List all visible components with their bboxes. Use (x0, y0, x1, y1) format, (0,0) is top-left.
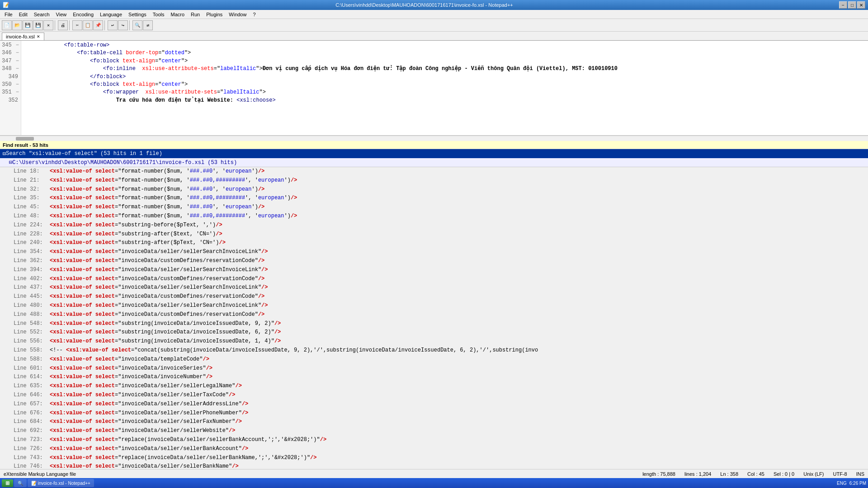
search-result-line[interactable]: Line 437: <xsl:value-of select="invoiceD… (0, 283, 868, 292)
result-code: <xsl:value-of select="substring(invoiceD… (50, 320, 281, 328)
search-result-line[interactable]: Line 480: <xsl:value-of select="invoiceD… (0, 301, 868, 310)
result-line-num: Line 488: (14, 311, 50, 319)
search-result-line[interactable]: Line 21: <xsl:value-of select="format-nu… (0, 176, 868, 185)
search-result-line[interactable]: Line 657: <xsl:value-of select="invoiceD… (0, 400, 868, 409)
result-code: <xsl:value-of select="invoiceData/invoic… (50, 365, 212, 372)
search-result-line[interactable]: Line 354: <xsl:value-of select="invoiceD… (0, 248, 868, 257)
search-result-line[interactable]: Line 726: <xsl:value-of select="invoiceD… (0, 445, 868, 454)
status-encoding: UTF-8 (833, 471, 847, 477)
result-line-num: Line 552: (14, 328, 50, 336)
result-line-num: Line 224: (14, 221, 50, 229)
search-result-line[interactable]: Line 548: <xsl:value-of select="substrin… (0, 319, 868, 328)
toolbar-open[interactable]: 📂 (12, 20, 22, 30)
menu-search[interactable]: Search (31, 11, 52, 18)
toolbar-copy[interactable]: 📋 (83, 20, 93, 30)
toolbar-cut[interactable]: ✂ (72, 20, 82, 30)
tab-invoice-fo[interactable]: invoice-fo.xsl ✕ (2, 33, 44, 40)
search-result-line[interactable]: Line 552: <xsl:value-of select="substrin… (0, 328, 868, 337)
menu-macro[interactable]: Macro (168, 11, 187, 18)
search-result-line[interactable]: Line 394: <xsl:value-of select="invoiceD… (0, 266, 868, 275)
status-col: Col : 45 (747, 471, 764, 477)
search-result-line[interactable]: Line 402: <xsl:value-of select="invoiceD… (0, 275, 868, 284)
result-line-num: Line 21: (14, 177, 50, 184)
toolbar-close[interactable]: ✕ (43, 20, 53, 30)
menu-help[interactable]: ? (250, 11, 258, 18)
menu-plugins[interactable]: Plugins (203, 11, 225, 18)
toolbar-replace[interactable]: ⇄ (143, 20, 153, 30)
result-line-num: Line 402: (14, 275, 50, 283)
search-result-line[interactable]: Line 646: <xsl:value-of select="invoiceD… (0, 391, 868, 400)
status-ln: Ln : 358 (720, 471, 738, 477)
search-result-line[interactable]: Line 362: <xsl:value-of select="invoiceD… (0, 257, 868, 266)
result-code: <xsl:value-of select="invoiceData/seller… (50, 445, 248, 453)
search-results-panel[interactable]: ⊟ Search "xsl:value-of select" (53 hits … (0, 149, 868, 469)
search-result-line[interactable]: Line 556: <xsl:value-of select="substrin… (0, 337, 868, 346)
search-result-line[interactable]: Line 746: <xsl:value-of select="invoiceD… (0, 462, 868, 469)
title-bar: 📝 C:\Users\vinhdd\Desktop\MAUHOADON\6001… (0, 0, 868, 10)
result-code: <xsl:value-of select="invoiceData/seller… (50, 400, 248, 408)
search-result-line[interactable]: Line 48: <xsl:value-of select="format-nu… (0, 212, 868, 221)
taskbar-notepadpp[interactable]: 📝 invoice-fo.xsl - Notepad++ (28, 479, 94, 487)
toolbar-undo[interactable]: ↩ (108, 20, 118, 30)
search-result-line[interactable]: Line 35: <xsl:value-of select="format-nu… (0, 194, 868, 203)
search-result-line[interactable]: Line 45: <xsl:value-of select="format-nu… (0, 203, 868, 212)
close-button[interactable]: ✕ (857, 1, 865, 9)
result-line-num: Line 354: (14, 248, 50, 256)
editor-scrollbar[interactable] (0, 136, 868, 141)
result-line-num: Line 588: (14, 356, 50, 363)
result-line-num: Line 18: (14, 168, 50, 175)
minimize-button[interactable]: − (839, 1, 847, 9)
search-result-line[interactable]: Line 18: <xsl:value-of select="format-nu… (0, 167, 868, 176)
result-code: <xsl:value-of select="format-number($num… (50, 177, 297, 184)
search-result-line[interactable]: Line 684: <xsl:value-of select="invoiceD… (0, 418, 868, 427)
result-line-num: Line 228: (14, 230, 50, 238)
search-result-line[interactable]: Line 601: <xsl:value-of select="invoiceD… (0, 364, 868, 373)
menu-edit[interactable]: Edit (16, 11, 30, 18)
result-code: <xsl:value-of select="invoiceData/seller… (50, 418, 242, 426)
toolbar-redo[interactable]: ↪ (118, 20, 128, 30)
status-sel: Sel : 0 | 0 (774, 471, 794, 477)
status-bar: eXtensible Markup Language file length :… (0, 469, 868, 478)
editor-area[interactable]: 345 − 346 − 347 − 348 − 349 350 − 351 − … (0, 41, 868, 136)
search-result-line[interactable]: Line 228: <xsl:value-of select="substrin… (0, 230, 868, 239)
toolbar-save[interactable]: 💾 (23, 20, 33, 30)
menu-window[interactable]: Window (226, 11, 249, 18)
menu-tools[interactable]: Tools (150, 11, 167, 18)
menu-language[interactable]: Language (97, 11, 125, 18)
toolbar-new[interactable]: 📄 (2, 20, 12, 30)
search-result-line[interactable]: Line 692: <xsl:value-of select="invoiceD… (0, 427, 868, 436)
status-right: length : 75,888 lines : 1,204 Ln : 358 C… (642, 471, 864, 477)
search-result-line[interactable]: Line 588: <xsl:value-of select="invoiceD… (0, 355, 868, 364)
search-result-line[interactable]: Line 723: <xsl:value-of select="replace(… (0, 436, 868, 445)
menu-run[interactable]: Run (188, 11, 203, 18)
toolbar-print[interactable]: 🖨 (58, 20, 68, 30)
menu-encoding[interactable]: Encoding (70, 11, 96, 18)
search-result-line[interactable]: Line 488: <xsl:value-of select="invoiceD… (0, 310, 868, 319)
start-button[interactable]: ⊞ (2, 479, 13, 487)
search-result-line[interactable]: Line 558: <!-- <xsl:value-of select="con… (0, 346, 868, 355)
result-line-num: Line 437: (14, 284, 50, 291)
search-result-line[interactable]: Line 32: <xsl:value-of select="format-nu… (0, 185, 868, 194)
toolbar-separator-4 (129, 20, 131, 30)
taskbar-search[interactable]: 🔍 (14, 479, 27, 487)
maximize-button[interactable]: □ (848, 1, 856, 9)
status-eol: Unix (LF) (803, 471, 824, 477)
search-result-line[interactable]: Line 676: <xsl:value-of select="invoiceD… (0, 409, 868, 418)
code-line-350: <fo:block text-align="center"> (25, 81, 864, 89)
result-code: <xsl:value-of select="invoiceData/templa… (50, 356, 209, 363)
search-result-line[interactable]: Line 614: <xsl:value-of select="invoiceD… (0, 373, 868, 382)
toolbar-save-all[interactable]: 💾 (33, 20, 43, 30)
toolbar-find[interactable]: 🔍 (132, 20, 142, 30)
search-result-line[interactable]: Line 240: <xsl:value-of select="substrin… (0, 239, 868, 248)
menu-view[interactable]: View (53, 11, 70, 18)
tray-lang: ENG (837, 481, 847, 486)
search-result-line[interactable]: Line 445: <xsl:value-of select="invoiceD… (0, 292, 868, 301)
menu-settings[interactable]: Settings (126, 11, 149, 18)
search-result-line[interactable]: Line 224: <xsl:value-of select="substrin… (0, 221, 868, 230)
search-result-line[interactable]: Line 635: <xsl:value-of select="invoiceD… (0, 382, 868, 391)
code-content[interactable]: <fo:table-row> <fo:table-cell border-top… (21, 41, 868, 135)
toolbar-paste[interactable]: 📌 (93, 20, 103, 30)
menu-file[interactable]: File (2, 11, 15, 18)
tab-close-btn[interactable]: ✕ (37, 34, 40, 39)
search-result-line[interactable]: Line 743: <xsl:value-of select="replace(… (0, 454, 868, 463)
